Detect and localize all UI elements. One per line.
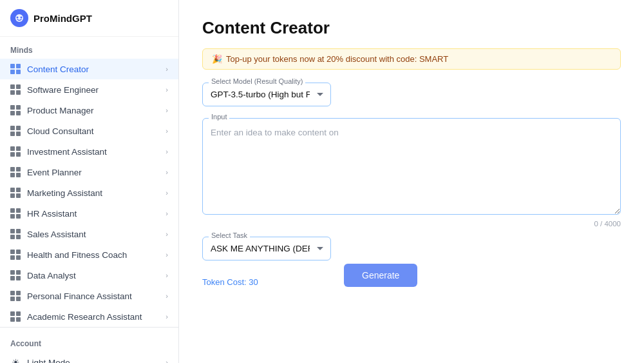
grid-icon [10, 229, 21, 239]
bottom-controls: Select Task ASK ME ANYTHING (DEFAULT)Blo… [202, 237, 621, 287]
sidebar-item[interactable]: Academic Research Assistant › [0, 306, 178, 327]
sidebar-item[interactable]: HR Assistant › [0, 203, 178, 224]
chevron-right-icon: › [166, 148, 168, 155]
grid-icon [10, 291, 21, 301]
minds-list: Content Creator › Software Engineer › Pr… [0, 59, 178, 327]
sidebar-item-label: Marketing Assistant [27, 188, 159, 198]
account-list: ☀ Light Mode › ? Get Help › 👤 Signup / L… [0, 352, 178, 363]
chevron-right-icon: › [166, 230, 168, 238]
sidebar-item[interactable]: Health and Fitness Coach › [0, 244, 178, 265]
task-field-group: Select Task ASK ME ANYTHING (DEFAULT)Blo… [202, 237, 331, 260]
logo-icon [10, 9, 28, 27]
task-field-label: Select Task [209, 231, 250, 239]
chevron-right-icon: › [166, 189, 168, 197]
chevron-right-icon: › [166, 292, 168, 300]
sidebar-item[interactable]: Cloud Consultant › [0, 121, 178, 141]
logo: ProMindGPT [0, 0, 178, 37]
account-item[interactable]: ☀ Light Mode › [0, 352, 178, 363]
account-item-label: Light Mode [27, 358, 159, 364]
grid-icon [10, 208, 21, 219]
sidebar-item[interactable]: Marketing Assistant › [0, 182, 178, 203]
input-field-group: Input [202, 118, 621, 217]
promo-banner: 🎉 Top-up your tokens now at 20% discount… [202, 48, 621, 70]
grid-icon [10, 250, 21, 260]
grid-icon [10, 64, 21, 74]
chevron-right-icon: › [166, 127, 168, 135]
model-field-label: Select Model (Result Quality) [209, 77, 305, 85]
grid-icon [10, 84, 21, 95]
generate-button[interactable]: Generate [344, 264, 417, 287]
chevron-right-icon: › [166, 210, 168, 217]
sidebar-item-label: HR Assistant [27, 209, 159, 219]
chevron-right-icon: › [166, 251, 168, 259]
minds-label: Minds [0, 37, 178, 59]
svg-point-1 [17, 17, 19, 19]
model-select[interactable]: GPT-3.5-turbo (High but Fast)GPT-4 (Best… [202, 83, 331, 106]
chevron-right-icon: › [166, 358, 168, 363]
sidebar-item-label: Sales Assistant [27, 230, 159, 239]
chevron-right-icon: › [166, 313, 168, 320]
sidebar-item-label: Investment Assistant [27, 147, 159, 157]
sidebar-item[interactable]: Event Planner › [0, 162, 178, 182]
sidebar-item-label: Content Creator [27, 64, 159, 74]
grid-icon [10, 167, 21, 177]
promo-emoji: 🎉 [212, 54, 222, 64]
task-and-token: Select Task ASK ME ANYTHING (DEFAULT)Blo… [202, 237, 331, 287]
chevron-right-icon: › [166, 65, 168, 73]
sidebar-item-label: Software Engineer [27, 85, 159, 95]
char-count: 0 / 4000 [202, 220, 621, 228]
svg-point-2 [21, 17, 23, 19]
sidebar-item[interactable]: Personal Finance Assistant › [0, 286, 178, 306]
sidebar-item-label: Academic Research Assistant [27, 312, 159, 322]
app-name: ProMindGPT [33, 13, 92, 24]
sidebar-item-label: Product Manager [27, 106, 159, 115]
sidebar-item-label: Data Analyst [27, 271, 159, 280]
grid-icon [10, 311, 21, 322]
token-cost: Token Cost: 30 [202, 277, 331, 287]
main-content: Content Creator 🎉 Top-up your tokens now… [179, 0, 644, 363]
grid-icon [10, 270, 21, 280]
chevron-right-icon: › [166, 271, 168, 279]
sun-icon: ☀ [10, 357, 21, 363]
input-label: Input [209, 113, 229, 121]
chevron-right-icon: › [166, 86, 168, 93]
grid-icon [10, 126, 21, 136]
grid-icon [10, 188, 21, 198]
sidebar-item[interactable]: Data Analyst › [0, 265, 178, 286]
sidebar-item-label: Health and Fitness Coach [27, 250, 159, 260]
task-select[interactable]: ASK ME ANYTHING (DEFAULT)Blog PostSocial… [202, 237, 331, 260]
sidebar-item[interactable]: Sales Assistant › [0, 224, 178, 244]
sidebar-item[interactable]: Content Creator › [0, 59, 178, 79]
chevron-right-icon: › [166, 168, 168, 176]
model-field-group: Select Model (Result Quality) GPT-3.5-tu… [202, 83, 331, 106]
sidebar-item[interactable]: Software Engineer › [0, 79, 178, 100]
promo-text: Top-up your tokens now at 20% discount w… [226, 54, 448, 64]
sidebar-item[interactable]: Product Manager › [0, 100, 178, 121]
page-title: Content Creator [202, 18, 621, 38]
sidebar-item-label: Event Planner [27, 168, 159, 177]
grid-icon [10, 146, 21, 157]
sidebar-item[interactable]: Investment Assistant › [0, 141, 178, 162]
chevron-right-icon: › [166, 106, 168, 114]
account-label: Account [0, 330, 178, 352]
sidebar-item-label: Cloud Consultant [27, 126, 159, 136]
content-input[interactable] [202, 118, 621, 215]
sidebar: ProMindGPT Minds Content Creator › Softw… [0, 0, 179, 363]
account-section: Account ☀ Light Mode › ? Get Help › 👤 Si… [0, 327, 178, 363]
sidebar-item-label: Personal Finance Assistant [27, 291, 159, 301]
minds-section: Minds Content Creator › Software Enginee… [0, 37, 178, 327]
grid-icon [10, 105, 21, 115]
